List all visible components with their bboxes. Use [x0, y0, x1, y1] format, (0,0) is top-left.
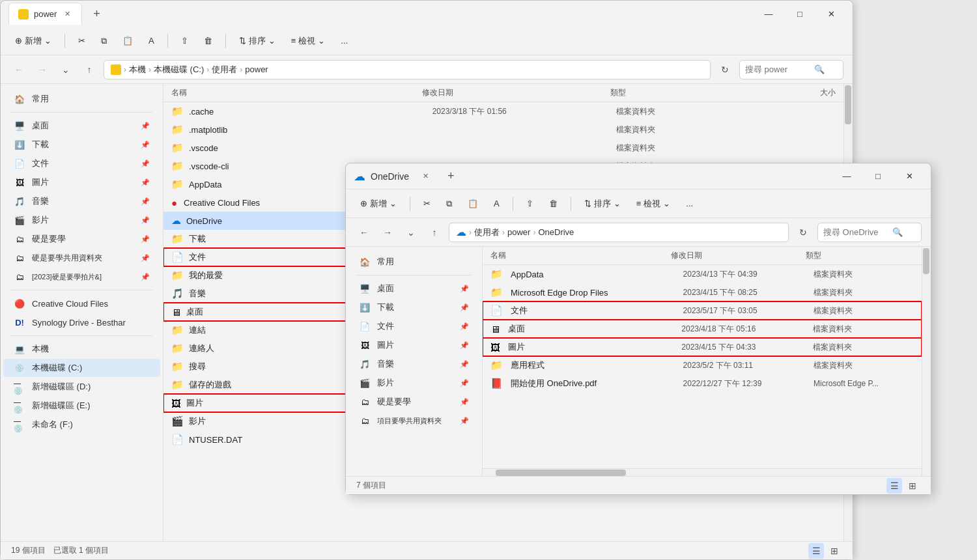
od-sidebar-videos[interactable]: 🎬 影片 📌 — [348, 374, 479, 392]
sidebar-item-f-drive[interactable]: — 💿 未命名 (F:) — [3, 415, 160, 434]
od-grid-view-button[interactable]: ⊞ — [905, 478, 920, 494]
od-share-button[interactable]: ⇧ — [521, 195, 539, 212]
od-close-button[interactable]: ✕ — [896, 167, 923, 186]
breadcrumb-segment-drive[interactable]: 本機磁碟 (C:) — [154, 64, 204, 76]
table-row[interactable]: 🖼圖片2023/4/15 下午 04:33檔案資料夾 — [483, 338, 922, 356]
od-sidebar-desktop[interactable]: 🖥️ 桌面 📌 — [348, 279, 479, 298]
sidebar-item-pictures[interactable]: 🖼 圖片 📌 — [3, 173, 160, 191]
sidebar-item-creative-cloud[interactable]: 🔴 Creative Cloud Files — [3, 294, 160, 313]
list-view-button[interactable]: ☰ — [808, 543, 824, 559]
sidebar-item-e-drive[interactable]: — 💿 新增磁碟區 (E:) — [3, 397, 160, 415]
od-bc-onedrive[interactable]: OneDrive — [538, 227, 574, 237]
od-sidebar-downloads[interactable]: ⬇️ 下載 📌 — [348, 298, 479, 316]
breadcrumb-segment-machine[interactable]: 本機 — [129, 64, 146, 76]
od-maximize-button[interactable]: □ — [864, 167, 892, 186]
col-date-header[interactable]: 修改日期 — [422, 87, 610, 98]
od-breadcrumb[interactable]: ☁ › 使用者 › power › OneDrive — [449, 223, 789, 242]
share-button[interactable]: ⇧ — [176, 33, 193, 49]
new-tab-button[interactable]: + — [87, 5, 106, 23]
table-row[interactable]: 📄文件2023/5/17 下午 03:05檔案資料夾 — [483, 301, 922, 320]
od-col-date-header[interactable]: 修改日期 — [671, 250, 806, 261]
od-search-input[interactable] — [823, 227, 888, 237]
rename-button[interactable]: A — [143, 33, 160, 49]
od-more-button[interactable]: ... — [681, 195, 698, 212]
col-size-header[interactable]: 大小 — [735, 87, 836, 98]
horizontal-scrollbar[interactable] — [483, 468, 922, 476]
grid-view-button[interactable]: ⊞ — [827, 543, 842, 559]
new-button[interactable]: ⊕ 新增 ⌄ — [10, 32, 57, 50]
od-sort-button[interactable]: ⇅ 排序 ⌄ — [579, 195, 626, 213]
delete-button[interactable]: 🗑 — [199, 33, 218, 49]
sidebar-item-hardlearn[interactable]: 🗂 硬是要學 📌 — [3, 230, 160, 248]
table-row[interactable]: 📁應用程式2023/5/2 下午 03:11檔案資料夾 — [483, 356, 922, 374]
od-rename-button[interactable]: A — [488, 195, 505, 212]
table-row[interactable]: 🖥桌面2023/4/18 下午 05:16檔案資料夾 — [483, 320, 922, 338]
od-search-box[interactable]: 🔍 — [817, 223, 922, 242]
sidebar-item-desktop[interactable]: 🖥️ 桌面 📌 — [3, 117, 160, 135]
sidebar-item-music[interactable]: 🎵 音樂 📌 — [3, 192, 160, 210]
od-refresh-button[interactable]: ↻ — [794, 223, 812, 242]
od-list-view-button[interactable]: ☰ — [886, 478, 902, 494]
od-minimize-button[interactable]: — — [833, 167, 860, 186]
od-bc-power[interactable]: power — [507, 227, 530, 237]
od-sidebar-pictures[interactable]: 🖼 圖片 📌 — [348, 336, 479, 354]
sidebar-item-downloads[interactable]: ⬇️ 下載 📌 — [3, 135, 160, 154]
back-button[interactable]: ← — [10, 61, 28, 79]
od-back-button[interactable]: ← — [355, 223, 373, 242]
od-up-button[interactable]: ↑ — [425, 223, 444, 242]
od-paste-button[interactable]: 📋 — [462, 195, 483, 212]
od-sidebar-hardlearn-shared[interactable]: 🗂 項目要學共用資料夾 📌 — [348, 412, 479, 430]
od-bc-users[interactable]: 使用者 — [474, 227, 500, 238]
od-delete-button[interactable]: 🗑 — [544, 195, 563, 212]
up-button[interactable]: ↑ — [80, 61, 98, 79]
view-button[interactable]: ≡ 檢視 ⌄ — [286, 32, 331, 50]
close-button[interactable]: ✕ — [817, 4, 845, 23]
tab-close-button[interactable]: ✕ — [62, 9, 72, 20]
sidebar-item-documents[interactable]: 📄 文件 📌 — [3, 154, 160, 173]
more-button[interactable]: ... — [335, 33, 353, 49]
od-scroll-thumb[interactable] — [923, 248, 929, 274]
sidebar-item-hardlearn-video[interactable]: 🗂 [2023]硬是要學拍片&] 📌 — [3, 268, 160, 286]
onedrive-new-tab-button[interactable]: + — [442, 167, 460, 186]
breadcrumb-segment-users[interactable]: 使用者 — [212, 64, 237, 76]
table-row[interactable]: 📁.vscode檔案資料夾 — [163, 139, 843, 157]
sidebar-item-videos[interactable]: 🎬 影片 📌 — [3, 211, 160, 229]
od-sidebar-hardlearn[interactable]: 🗂 硬是要學 📌 — [348, 393, 479, 411]
sort-button[interactable]: ⇅ 排序 ⌄ — [234, 32, 281, 50]
sidebar-item-c-drive[interactable]: 💿 本機磁碟 (C:) — [3, 359, 160, 377]
od-new-button[interactable]: ⊕ 新增 ⌄ — [355, 195, 402, 213]
table-row[interactable]: 📁AppData2023/4/13 下午 04:39檔案資料夾 — [483, 265, 922, 283]
table-row[interactable]: 📁.matplotlib檔案資料夾 — [163, 120, 843, 139]
paste-button[interactable]: 📋 — [117, 33, 138, 49]
od-copy-button[interactable]: ⧉ — [441, 195, 457, 212]
sidebar-item-hardlearn-shared[interactable]: 🗂 硬是要學共用資料夾 📌 — [3, 249, 160, 267]
col-name-header[interactable]: 名稱 — [171, 87, 422, 98]
scroll-thumb[interactable] — [845, 85, 851, 124]
table-row[interactable]: 📁.cache2023/3/18 下午 01:56檔案資料夾 — [163, 102, 843, 120]
onedrive-tab-close-button[interactable]: ✕ — [419, 171, 431, 182]
sidebar-item-synology[interactable]: D! Synology Drive - Besthar — [3, 313, 160, 331]
copy-button[interactable]: ⧉ — [96, 33, 112, 49]
expand-button[interactable]: ⌄ — [57, 61, 75, 79]
od-cut-button[interactable]: ✂ — [418, 195, 436, 212]
horiz-scroll-thumb[interactable] — [496, 469, 626, 476]
refresh-button[interactable]: ↻ — [716, 61, 734, 79]
maximize-button[interactable]: □ — [786, 4, 814, 23]
minimize-button[interactable]: — — [755, 4, 782, 23]
od-vertical-scrollbar[interactable] — [922, 247, 931, 476]
od-expand-button[interactable]: ⌄ — [402, 223, 420, 242]
od-sidebar-documents[interactable]: 📄 文件 📌 — [348, 317, 479, 335]
od-col-name-header[interactable]: 名稱 — [490, 250, 671, 261]
od-col-type-header[interactable]: 類型 — [806, 250, 914, 261]
od-view-button[interactable]: ≡ 檢視 ⌄ — [631, 195, 676, 213]
table-row[interactable]: 📁Microsoft Edge Drop Files2023/4/15 下午 0… — [483, 283, 922, 301]
breadcrumb-segment-power[interactable]: power — [245, 64, 268, 74]
col-type-header[interactable]: 類型 — [610, 87, 735, 98]
tab-power[interactable]: power ✕ — [8, 3, 82, 25]
table-row[interactable]: 📕開始使用 OneDrive.pdf2022/12/27 下午 12:39Mic… — [483, 374, 922, 393]
search-box[interactable]: 🔍 — [739, 60, 843, 79]
forward-button[interactable]: → — [33, 61, 51, 79]
search-input[interactable] — [745, 64, 810, 74]
breadcrumb[interactable]: › 本機 › 本機磁碟 (C:) › 使用者 › power — [104, 60, 711, 79]
cut-button[interactable]: ✂ — [73, 33, 91, 49]
